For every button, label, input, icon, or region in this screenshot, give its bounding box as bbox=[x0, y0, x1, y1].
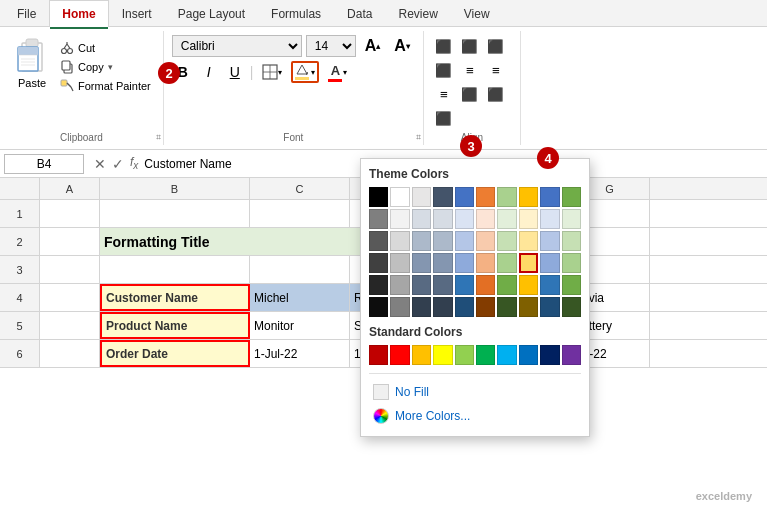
theme-swatch[interactable] bbox=[540, 275, 559, 295]
theme-swatch[interactable] bbox=[433, 231, 452, 251]
borders-dropdown[interactable]: ▾ bbox=[278, 68, 282, 77]
theme-swatch[interactable] bbox=[455, 253, 474, 273]
cell-a5[interactable] bbox=[40, 312, 100, 339]
tab-formulas[interactable]: Formulas bbox=[258, 0, 334, 27]
theme-swatch[interactable] bbox=[455, 275, 474, 295]
theme-swatch[interactable] bbox=[476, 297, 495, 317]
theme-swatch[interactable] bbox=[412, 209, 431, 229]
tab-data[interactable]: Data bbox=[334, 0, 385, 27]
clipboard-expand[interactable]: ⌗ bbox=[156, 132, 161, 143]
theme-swatch[interactable] bbox=[476, 187, 495, 207]
theme-swatch[interactable] bbox=[562, 209, 581, 229]
align-left[interactable]: ≡ bbox=[458, 59, 482, 81]
theme-swatch[interactable] bbox=[519, 231, 538, 251]
confirm-formula[interactable]: ✓ bbox=[112, 156, 124, 172]
orient-text[interactable]: ⬛ bbox=[432, 59, 456, 81]
font-name-select[interactable]: Calibri bbox=[172, 35, 302, 57]
font-color-button[interactable]: A ▾ bbox=[323, 61, 352, 83]
underline-button[interactable]: U bbox=[224, 61, 246, 83]
theme-swatch[interactable] bbox=[412, 297, 431, 317]
theme-swatch[interactable] bbox=[497, 253, 516, 273]
theme-swatch[interactable] bbox=[412, 231, 431, 251]
cell-c6[interactable]: 1-Jul-22 bbox=[250, 340, 350, 367]
align-middle[interactable]: ⬛ bbox=[458, 35, 482, 57]
increase-indent[interactable]: ⬛ bbox=[484, 83, 508, 105]
theme-swatch[interactable] bbox=[390, 187, 409, 207]
theme-swatch[interactable] bbox=[540, 231, 559, 251]
cell-c5[interactable]: Monitor bbox=[250, 312, 350, 339]
theme-swatch[interactable] bbox=[540, 253, 559, 273]
col-header-c[interactable]: C bbox=[250, 178, 350, 199]
italic-button[interactable]: I bbox=[198, 61, 220, 83]
theme-swatch[interactable] bbox=[497, 275, 516, 295]
cell-b1[interactable] bbox=[100, 200, 250, 227]
fill-color-button[interactable]: ▾ bbox=[291, 61, 319, 83]
no-fill-option[interactable]: No Fill bbox=[369, 380, 581, 404]
std-swatch-1[interactable] bbox=[369, 345, 388, 365]
cell-b5-product-name[interactable]: Product Name bbox=[100, 312, 250, 339]
theme-swatch[interactable] bbox=[476, 275, 495, 295]
std-swatch-8[interactable] bbox=[519, 345, 538, 365]
std-swatch-5[interactable] bbox=[455, 345, 474, 365]
theme-swatch[interactable] bbox=[412, 187, 431, 207]
theme-swatch[interactable] bbox=[433, 187, 452, 207]
theme-swatch[interactable] bbox=[455, 187, 474, 207]
font-expand[interactable]: ⌗ bbox=[416, 132, 421, 143]
theme-swatch-selected[interactable] bbox=[519, 253, 538, 273]
theme-swatch[interactable] bbox=[519, 297, 538, 317]
cell-c1[interactable] bbox=[250, 200, 350, 227]
theme-swatch[interactable] bbox=[390, 297, 409, 317]
cell-c3[interactable] bbox=[250, 256, 350, 283]
theme-swatch[interactable] bbox=[497, 209, 516, 229]
theme-swatch[interactable] bbox=[390, 275, 409, 295]
std-swatch-6[interactable] bbox=[476, 345, 495, 365]
font-color-dropdown-arrow[interactable]: ▾ bbox=[343, 68, 347, 77]
theme-swatch[interactable] bbox=[412, 253, 431, 273]
theme-swatch[interactable] bbox=[433, 209, 452, 229]
theme-swatch[interactable] bbox=[476, 209, 495, 229]
align-right[interactable]: ≡ bbox=[432, 83, 456, 105]
std-swatch-3[interactable] bbox=[412, 345, 431, 365]
theme-swatch[interactable] bbox=[433, 297, 452, 317]
cell-b6-order-date[interactable]: Order Date bbox=[100, 340, 250, 367]
theme-swatch[interactable] bbox=[455, 297, 474, 317]
cell-b3[interactable] bbox=[100, 256, 250, 283]
tab-page-layout[interactable]: Page Layout bbox=[165, 0, 258, 27]
theme-swatch[interactable] bbox=[562, 253, 581, 273]
tab-insert[interactable]: Insert bbox=[109, 0, 165, 27]
theme-swatch[interactable] bbox=[497, 231, 516, 251]
cell-reference-input[interactable] bbox=[4, 154, 84, 174]
theme-swatch[interactable] bbox=[369, 231, 388, 251]
theme-swatch[interactable] bbox=[455, 209, 474, 229]
font-size-select[interactable]: 14 bbox=[306, 35, 356, 57]
theme-swatch[interactable] bbox=[390, 231, 409, 251]
theme-swatch[interactable] bbox=[540, 209, 559, 229]
cell-a3[interactable] bbox=[40, 256, 100, 283]
theme-swatch[interactable] bbox=[455, 231, 474, 251]
align-center[interactable]: ≡ bbox=[484, 59, 508, 81]
cell-a4[interactable] bbox=[40, 284, 100, 311]
increase-font-size[interactable]: A▴ bbox=[360, 35, 386, 57]
theme-swatch[interactable] bbox=[433, 253, 452, 273]
format-painter-button[interactable]: Format Painter bbox=[56, 77, 155, 95]
cancel-formula[interactable]: ✕ bbox=[94, 156, 106, 172]
borders-button[interactable]: ▾ bbox=[257, 61, 287, 83]
theme-swatch[interactable] bbox=[562, 275, 581, 295]
decrease-indent[interactable]: ⬛ bbox=[458, 83, 482, 105]
fill-color-dropdown-arrow[interactable]: ▾ bbox=[311, 68, 315, 77]
std-swatch-9[interactable] bbox=[540, 345, 559, 365]
std-swatch-10[interactable] bbox=[562, 345, 581, 365]
theme-swatch[interactable] bbox=[390, 253, 409, 273]
theme-swatch[interactable] bbox=[562, 187, 581, 207]
align-bottom[interactable]: ⬛ bbox=[484, 35, 508, 57]
theme-swatch[interactable] bbox=[540, 297, 559, 317]
wrap-text[interactable]: ⬛ bbox=[432, 107, 456, 129]
tab-file[interactable]: File bbox=[4, 0, 49, 27]
theme-swatch[interactable] bbox=[433, 275, 452, 295]
theme-swatch[interactable] bbox=[390, 209, 409, 229]
theme-swatch[interactable] bbox=[519, 209, 538, 229]
theme-swatch[interactable] bbox=[476, 253, 495, 273]
cell-a1[interactable] bbox=[40, 200, 100, 227]
theme-swatch[interactable] bbox=[369, 187, 388, 207]
paste-button[interactable]: Paste bbox=[8, 35, 56, 141]
